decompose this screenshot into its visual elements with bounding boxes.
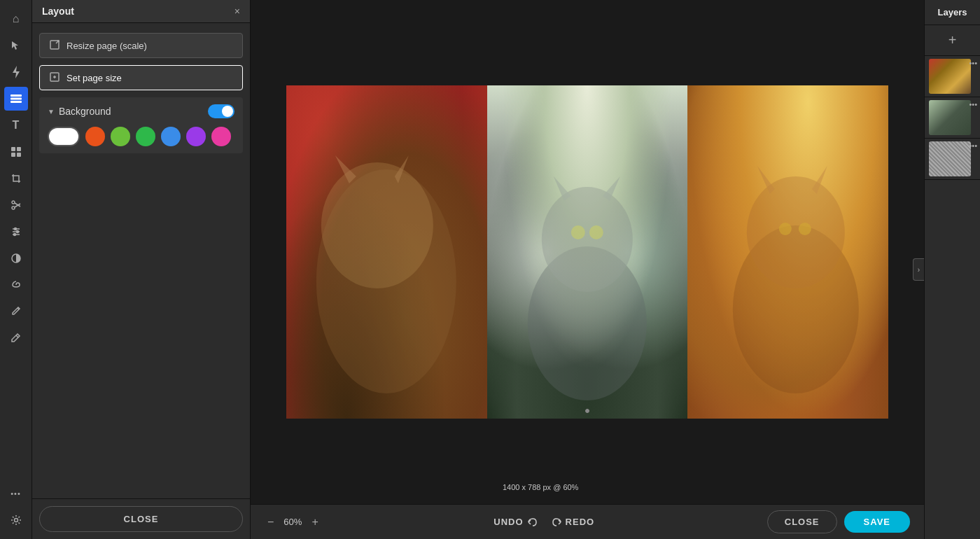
background-header: ▼ Background — [48, 104, 234, 118]
svg-rect-5 — [11, 153, 15, 157]
panel-title: Layout — [42, 6, 74, 17]
canvas-image — [286, 85, 888, 419]
tool-flash[interactable] — [4, 60, 28, 84]
layers-title: Layers — [938, 7, 967, 18]
svg-point-7 — [12, 201, 15, 204]
tool-home[interactable]: ⌂ — [4, 7, 28, 31]
layer-thumbnail-1 — [929, 59, 971, 94]
layer-thumbnail-2 — [929, 100, 971, 135]
tool-layers[interactable] — [4, 87, 28, 111]
tool-text[interactable]: T — [4, 113, 28, 137]
tool-crop[interactable] — [4, 167, 28, 190]
cat-panel-1 — [286, 85, 487, 419]
zoom-controls: − 60% + — [265, 513, 321, 531]
zoom-in-button[interactable]: + — [309, 513, 321, 531]
swatch-blue[interactable] — [161, 127, 181, 146]
svg-point-30 — [747, 176, 845, 288]
left-panel: Layout × Resize page (scale) Set page si… — [32, 0, 251, 539]
svg-point-15 — [16, 231, 18, 233]
action-buttons: CLOSE SAVE — [767, 510, 910, 533]
layer-item-1[interactable]: ••• — [925, 56, 980, 97]
swatch-lime[interactable] — [111, 127, 130, 146]
svg-rect-2 — [10, 101, 22, 103]
svg-point-8 — [12, 206, 15, 209]
close-button-main[interactable]: CLOSE — [767, 510, 837, 533]
tool-eyedropper[interactable] — [4, 300, 28, 323]
panel-bottom: CLOSE — [32, 498, 250, 539]
zoom-out-button[interactable]: − — [265, 513, 276, 531]
svg-point-26 — [542, 187, 633, 292]
canvas-size-indicator: 1400 x 788 px @ 60% — [503, 483, 578, 491]
set-size-icon — [48, 71, 61, 84]
tool-select[interactable] — [4, 34, 28, 57]
swatch-pink[interactable] — [211, 127, 231, 146]
left-toolbar: ⌂ T — [0, 0, 32, 539]
layer-options-3[interactable]: ••• — [969, 141, 977, 150]
canvas-area[interactable]: 1400 x 788 px @ 60% — [251, 0, 924, 504]
redo-label: REDO — [566, 517, 595, 527]
tool-adjust[interactable] — [4, 220, 28, 244]
canvas-container — [286, 85, 888, 419]
svg-point-14 — [14, 228, 16, 230]
panel-header: Layout × — [32, 0, 250, 23]
undo-redo-controls: UNDO REDO — [488, 512, 600, 531]
add-layer-button[interactable]: + — [948, 32, 957, 48]
layer-options-2[interactable]: ••• — [969, 100, 977, 108]
layers-header: Layers — [925, 0, 980, 25]
svg-rect-6 — [17, 153, 21, 157]
swatch-purple[interactable] — [186, 127, 206, 146]
panel-close-icon[interactable]: × — [234, 6, 240, 17]
layer-options-1[interactable]: ••• — [969, 59, 977, 67]
swatch-green[interactable] — [136, 127, 155, 146]
svg-point-20 — [14, 519, 18, 522]
color-swatches — [48, 127, 234, 146]
svg-rect-0 — [10, 94, 22, 97]
svg-rect-3 — [11, 147, 15, 151]
layer-thumbnail-3 — [929, 141, 971, 176]
tool-scissors[interactable] — [4, 193, 28, 217]
background-toggle[interactable] — [208, 104, 234, 118]
tool-pattern[interactable] — [4, 140, 28, 164]
zoom-dot — [585, 409, 589, 413]
svg-rect-4 — [17, 147, 21, 151]
undo-button[interactable]: UNDO — [488, 512, 542, 531]
svg-point-31 — [779, 223, 792, 235]
resize-button-label: Resize page (scale) — [66, 41, 147, 51]
undo-label: UNDO — [493, 517, 523, 527]
svg-point-32 — [799, 223, 811, 235]
redo-button[interactable]: REDO — [547, 512, 601, 531]
tool-brightness[interactable] — [4, 246, 28, 270]
svg-point-28 — [589, 225, 603, 239]
panel-content: Resize page (scale) Set page size ▼ Back… — [32, 23, 250, 498]
tool-more[interactable]: ••• — [4, 482, 28, 505]
tool-settings[interactable] — [4, 508, 28, 532]
svg-line-19 — [16, 335, 18, 337]
set-page-size-button[interactable]: Set page size — [39, 65, 243, 90]
close-button-left[interactable]: CLOSE — [39, 506, 243, 532]
svg-rect-1 — [10, 98, 22, 100]
background-label-group: ▼ Background — [48, 106, 111, 117]
svg-point-24 — [321, 162, 433, 288]
chevron-icon[interactable]: ▼ — [48, 108, 55, 115]
resize-page-button[interactable]: Resize page (scale) — [39, 33, 243, 58]
tool-pen[interactable] — [4, 326, 28, 350]
save-button[interactable]: SAVE — [844, 511, 910, 533]
resize-icon — [48, 39, 61, 52]
tool-swirl[interactable] — [4, 273, 28, 297]
set-size-button-label: Set page size — [66, 73, 122, 83]
swatch-orange[interactable] — [85, 127, 105, 146]
cat-panel-2 — [487, 85, 688, 419]
bottom-toolbar: − 60% + UNDO REDO CLOSE SAVE — [251, 504, 924, 539]
background-section: ▼ Background — [39, 97, 243, 153]
swatch-white[interactable] — [48, 127, 80, 146]
svg-point-16 — [13, 234, 15, 236]
main-area: 1400 x 788 px @ 60% − 60% + UNDO REDO — [251, 0, 924, 539]
cat-panel-3 — [687, 85, 888, 419]
layer-item-2[interactable]: ••• — [925, 97, 980, 139]
right-panel: Layers + ••• ••• ••• › — [924, 0, 980, 539]
layer-item-3[interactable]: ••• — [925, 139, 980, 180]
right-panel-collapse-button[interactable]: › — [913, 258, 924, 281]
layers-add-section: + — [925, 25, 980, 56]
svg-point-27 — [571, 225, 585, 239]
background-label: Background — [59, 106, 111, 117]
